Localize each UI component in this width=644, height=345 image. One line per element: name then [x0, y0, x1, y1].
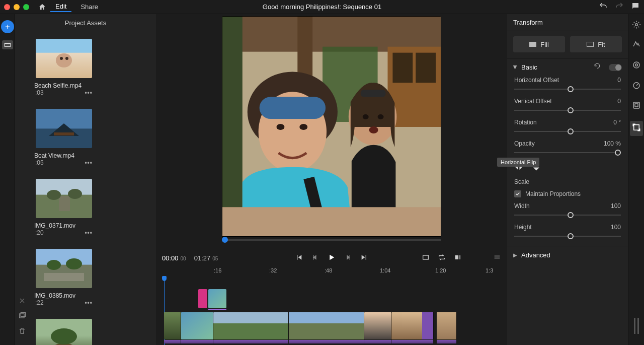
opacity-value[interactable]: 100 %	[604, 140, 621, 147]
edit-menu[interactable]: Edit	[50, 2, 71, 12]
voffset-value[interactable]: 0	[617, 98, 621, 105]
svg-rect-20	[222, 17, 441, 52]
height-slider[interactable]	[514, 232, 621, 241]
minimize-window-icon[interactable]	[14, 4, 20, 10]
share-menu[interactable]: Share	[75, 2, 103, 12]
svg-point-14	[51, 328, 77, 344]
svg-rect-26	[323, 47, 377, 122]
go-to-end-icon[interactable]	[360, 253, 368, 263]
fullscreen-icon[interactable]	[422, 253, 430, 263]
width-value[interactable]: 100	[611, 202, 621, 210]
basic-section-label: Basic	[521, 63, 537, 71]
svg-point-9	[68, 189, 82, 199]
overlay-clip[interactable]	[208, 289, 226, 308]
step-forward-icon[interactable]	[344, 253, 352, 263]
total-frames: 05	[212, 256, 218, 261]
quality-icon[interactable]	[454, 253, 462, 263]
svg-rect-24	[392, 53, 413, 83]
width-slider[interactable]	[514, 211, 621, 220]
timeline-ruler[interactable]: :16 :32 :48 1:04 1:20 1:3	[156, 265, 507, 276]
voffset-label: Vertical Offset	[514, 98, 551, 105]
step-back-icon[interactable]	[311, 253, 319, 263]
fit-button[interactable]: Fit	[570, 36, 622, 52]
svg-rect-48	[633, 125, 639, 130]
svg-point-4	[65, 57, 68, 60]
trash-icon[interactable]	[18, 327, 26, 337]
asset-more-icon[interactable]: •••	[85, 229, 93, 236]
timeline-clip[interactable]	[213, 312, 289, 339]
asset-filename: IMG_0371.mov	[33, 222, 95, 229]
asset-item[interactable]: IMG_2326.heic :02•••	[33, 311, 95, 345]
maximize-window-icon[interactable]	[23, 4, 29, 10]
svg-rect-18	[21, 312, 25, 316]
chevron-right-icon[interactable]: ▶	[513, 252, 517, 258]
speed-icon[interactable]	[632, 81, 641, 92]
svg-point-3	[60, 57, 63, 60]
advanced-section-label[interactable]: Advanced	[521, 251, 550, 259]
maintain-proportions-checkbox[interactable]	[514, 190, 521, 197]
voffset-slider[interactable]	[514, 106, 621, 115]
hoffset-slider[interactable]	[514, 85, 621, 94]
close-panel-icon[interactable]	[18, 297, 26, 307]
timeline-clip[interactable]	[164, 312, 181, 339]
play-icon[interactable]	[327, 253, 336, 263]
preview-scrubber[interactable]	[222, 239, 441, 241]
svg-rect-38	[222, 207, 441, 236]
height-value[interactable]: 100	[611, 224, 621, 231]
hoffset-value[interactable]: 0	[617, 77, 621, 84]
rotation-slider[interactable]	[514, 127, 621, 136]
svg-point-8	[47, 190, 61, 200]
chevron-down-icon[interactable]: ▶	[513, 65, 518, 70]
properties-icon[interactable]	[632, 20, 641, 31]
ruler-mark: :32	[269, 267, 277, 273]
undo-icon[interactable]	[599, 2, 608, 12]
timeline-options-icon[interactable]	[493, 253, 501, 263]
fill-button[interactable]: Fill	[513, 36, 565, 52]
asset-item[interactable]: Beach Selfie.mp4 :03•••	[33, 31, 95, 96]
timeline-clip[interactable]	[181, 312, 213, 339]
asset-item[interactable]: IMG_0371.mov :20•••	[33, 171, 95, 236]
timeline[interactable]	[156, 276, 507, 345]
add-media-button[interactable]	[1, 20, 14, 33]
svg-rect-17	[20, 314, 24, 318]
color-icon[interactable]	[632, 60, 641, 72]
project-assets-tab-icon[interactable]	[2, 40, 13, 49]
svg-point-28	[259, 92, 327, 172]
svg-rect-49	[634, 318, 635, 334]
close-window-icon[interactable]	[4, 4, 10, 10]
redo-icon[interactable]	[615, 2, 624, 12]
assets-panel-title: Project Assets	[15, 14, 156, 31]
timeline-clip[interactable]	[437, 312, 457, 339]
asset-more-icon[interactable]: •••	[85, 299, 93, 306]
rotation-value[interactable]: 0 °	[613, 119, 621, 126]
asset-item[interactable]: Boat View.mp4 :05•••	[33, 101, 95, 166]
reset-icon[interactable]	[594, 63, 601, 72]
video-preview[interactable]	[222, 16, 441, 237]
overlay-clip[interactable]	[198, 289, 207, 308]
opacity-slider[interactable]	[514, 148, 621, 157]
svg-rect-37	[361, 90, 386, 97]
ruler-mark: 1:3	[486, 267, 493, 273]
loop-icon[interactable]	[438, 253, 446, 263]
chat-icon[interactable]	[631, 2, 640, 12]
svg-point-43	[633, 62, 639, 68]
timeline-clip[interactable]	[289, 312, 364, 339]
new-bin-icon[interactable]	[18, 312, 26, 322]
asset-item[interactable]: IMG_0385.mov :22•••	[33, 241, 95, 306]
effects-icon[interactable]	[632, 40, 641, 51]
hoffset-label: Horizontal Offset	[514, 77, 559, 84]
timeline-clip[interactable]	[391, 312, 434, 339]
asset-more-icon[interactable]: •••	[85, 159, 93, 166]
home-icon[interactable]	[38, 3, 46, 11]
asset-more-icon[interactable]: •••	[85, 89, 93, 96]
window-traffic-lights[interactable]	[4, 4, 29, 10]
svg-rect-6	[54, 132, 74, 135]
transform-icon[interactable]	[630, 121, 643, 136]
svg-point-31	[299, 124, 307, 130]
go-to-start-icon[interactable]	[295, 253, 303, 263]
basic-toggle[interactable]	[609, 64, 622, 71]
timeline-clip[interactable]	[364, 312, 391, 339]
audio-icon[interactable]	[632, 101, 641, 112]
total-time: 01:27	[194, 254, 211, 262]
audio-meters-icon[interactable]	[633, 316, 640, 338]
